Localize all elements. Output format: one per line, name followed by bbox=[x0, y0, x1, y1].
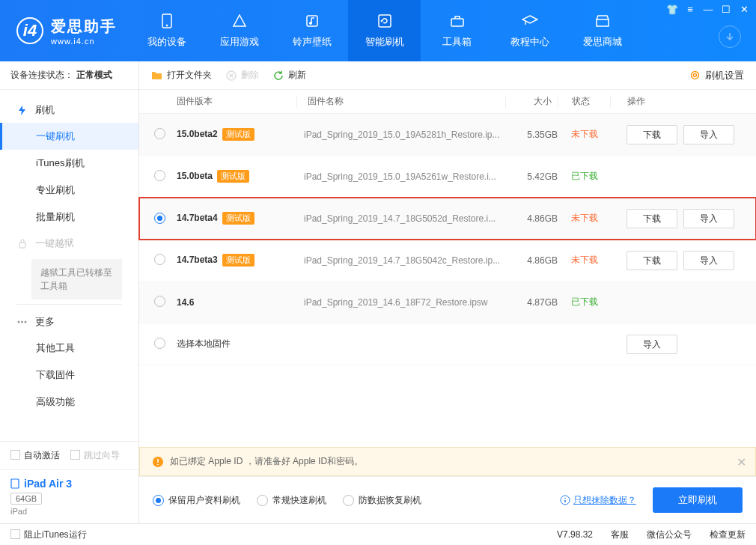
nav-ringtones[interactable]: 铃声壁纸 bbox=[275, 0, 348, 61]
import-button[interactable]: 导入 bbox=[683, 251, 734, 270]
device-storage-badge: 64GB bbox=[10, 493, 42, 505]
row-radio[interactable] bbox=[154, 170, 165, 181]
option-normal[interactable]: 常规快速刷机 bbox=[257, 494, 326, 507]
svg-point-13 bbox=[694, 74, 697, 77]
lock-icon bbox=[16, 238, 28, 249]
row-radio[interactable] bbox=[154, 296, 165, 307]
firmware-row[interactable]: 14.7beta4测试版 iPad_Spring_2019_14.7_18G50… bbox=[139, 198, 756, 240]
window-minimize-icon[interactable]: — bbox=[702, 3, 714, 15]
import-button[interactable]: 导入 bbox=[627, 335, 677, 354]
warning-icon bbox=[152, 456, 164, 468]
beta-badge: 测试版 bbox=[222, 254, 254, 267]
sidebar-item-other-tools[interactable]: 其他工具 bbox=[0, 335, 138, 362]
refresh-button[interactable]: 刷新 bbox=[272, 69, 306, 82]
option-restore[interactable]: 防数据恢复刷机 bbox=[343, 494, 421, 507]
import-button[interactable]: 导入 bbox=[683, 209, 734, 228]
window-close-icon[interactable]: ✕ bbox=[738, 3, 750, 15]
delete-button: 删除 bbox=[225, 69, 259, 82]
nav-smart-flash[interactable]: 智能刷机 bbox=[348, 0, 421, 61]
block-itunes-checkbox[interactable]: 阻止iTunes运行 bbox=[10, 529, 87, 541]
folder-icon bbox=[151, 70, 162, 81]
firmware-version: 14.7beta3 bbox=[177, 255, 218, 265]
sidebar-item-advanced[interactable]: 高级功能 bbox=[0, 389, 138, 415]
col-action-header: 操作 bbox=[610, 95, 741, 108]
download-button[interactable]: 下载 bbox=[627, 209, 677, 228]
window-maximize-icon[interactable]: ☐ bbox=[720, 3, 732, 15]
delete-icon bbox=[225, 70, 237, 81]
warning-close-button[interactable]: ✕ bbox=[737, 455, 746, 469]
footer-update-link[interactable]: 检查更新 bbox=[710, 529, 746, 541]
firmware-filename: iPad_Spring_2019_14.6_18F72_Restore.ipsw bbox=[296, 297, 505, 308]
svg-rect-4 bbox=[379, 15, 391, 27]
firmware-version: 14.7beta4 bbox=[177, 213, 218, 223]
apps-icon bbox=[231, 13, 248, 29]
sidebar-separator bbox=[16, 304, 122, 305]
row-radio[interactable] bbox=[154, 254, 165, 265]
firmware-row[interactable]: 14.7beta3测试版 iPad_Spring_2019_14.7_18G50… bbox=[139, 240, 756, 281]
toolbar: 打开文件夹 删除 刷新 刷机设置 bbox=[139, 61, 756, 90]
firmware-filename: iPad_Spring_2019_14.7_18G5052d_Restore.i… bbox=[296, 213, 505, 224]
firmware-size: 5.42GB bbox=[505, 171, 558, 182]
download-manager-button[interactable] bbox=[719, 25, 741, 48]
firmware-row[interactable]: 15.0beta2测试版 iPad_Spring_2019_15.0_19A52… bbox=[139, 114, 756, 156]
firmware-status: 已下载 bbox=[558, 296, 610, 308]
row-radio[interactable] bbox=[154, 128, 165, 139]
svg-point-3 bbox=[309, 22, 311, 25]
footer-service-link[interactable]: 客服 bbox=[611, 529, 629, 541]
svg-rect-10 bbox=[11, 479, 19, 488]
option-keep-data[interactable]: 保留用户资料刷机 bbox=[153, 494, 240, 507]
app-version: V7.98.32 bbox=[557, 529, 593, 540]
flash-now-button[interactable]: 立即刷机 bbox=[653, 487, 743, 513]
auto-activate-checkbox[interactable]: 自动激活 bbox=[10, 449, 60, 462]
sidebar-item-itunes[interactable]: iTunes刷机 bbox=[0, 150, 138, 177]
local-firmware-label: 选择本地固件 bbox=[177, 338, 231, 349]
radio-icon bbox=[257, 495, 268, 506]
firmware-size: 4.87GB bbox=[505, 297, 558, 308]
refresh-toolbar-icon bbox=[272, 70, 284, 81]
brand-name: 爱思助手 bbox=[51, 16, 117, 37]
nav-my-device[interactable]: 我的设备 bbox=[130, 0, 203, 61]
import-button[interactable]: 导入 bbox=[683, 125, 734, 144]
nav-store[interactable]: 爱思商城 bbox=[566, 0, 638, 61]
row-radio[interactable] bbox=[154, 338, 165, 349]
flash-settings-button[interactable]: 刷机设置 bbox=[689, 69, 744, 82]
firmware-row[interactable]: 14.6 iPad_Spring_2019_14.6_18F72_Restore… bbox=[139, 281, 756, 323]
firmware-filename: iPad_Spring_2019_15.0_19A5281h_Restore.i… bbox=[296, 130, 505, 140]
col-size-header: 大小 bbox=[505, 95, 558, 108]
nav-toolbox[interactable]: 工具箱 bbox=[421, 0, 493, 61]
device-info: iPad Air 3 64GB iPad bbox=[0, 470, 138, 523]
firmware-table-body: 15.0beta2测试版 iPad_Spring_2019_15.0_19A52… bbox=[139, 114, 756, 365]
firmware-row[interactable]: 15.0beta测试版 iPad_Spring_2019_15.0_19A526… bbox=[139, 156, 756, 198]
radio-icon bbox=[153, 495, 164, 506]
firmware-size: 4.86GB bbox=[505, 255, 558, 266]
svg-point-1 bbox=[166, 25, 168, 26]
window-menu-icon[interactable]: ≡ bbox=[684, 3, 696, 15]
open-folder-button[interactable]: 打开文件夹 bbox=[151, 69, 212, 82]
refresh-icon bbox=[377, 13, 393, 29]
sidebar-group-more[interactable]: 更多 bbox=[0, 309, 138, 335]
wipe-data-link[interactable]: 只想抹除数据？ bbox=[560, 494, 636, 507]
table-header: 固件版本 固件名称 大小 状态 操作 bbox=[139, 90, 756, 114]
local-firmware-row[interactable]: 选择本地固件 导入 bbox=[139, 323, 756, 365]
firmware-size: 4.86GB bbox=[505, 213, 558, 224]
sidebar-group-flash[interactable]: 刷机 bbox=[0, 97, 138, 123]
sidebar-options-row: 自动激活 跳过向导 bbox=[0, 442, 138, 470]
skip-guide-checkbox[interactable]: 跳过向导 bbox=[70, 449, 120, 462]
device-name[interactable]: iPad Air 3 bbox=[10, 478, 128, 490]
beta-badge: 测试版 bbox=[217, 170, 249, 183]
row-radio[interactable] bbox=[154, 213, 165, 224]
sidebar-item-pro[interactable]: 专业刷机 bbox=[0, 177, 138, 204]
download-icon bbox=[725, 31, 735, 42]
sidebar-group-jailbreak: 一键越狱 bbox=[0, 231, 138, 256]
sidebar-item-batch[interactable]: 批量刷机 bbox=[0, 204, 138, 231]
sidebar-item-oneclick[interactable]: 一键刷机 bbox=[0, 123, 138, 150]
nav-app-games[interactable]: 应用游戏 bbox=[203, 0, 275, 61]
download-button[interactable]: 下载 bbox=[627, 125, 677, 144]
svg-rect-5 bbox=[451, 19, 463, 26]
nav-tutorials[interactable]: 教程中心 bbox=[493, 0, 566, 61]
footer-wechat-link[interactable]: 微信公众号 bbox=[647, 529, 692, 541]
col-status-header: 状态 bbox=[558, 95, 610, 108]
sidebar-item-download-fw[interactable]: 下载固件 bbox=[0, 362, 138, 389]
download-button[interactable]: 下载 bbox=[627, 251, 677, 270]
window-shirt-icon[interactable]: 👕 bbox=[666, 3, 678, 15]
